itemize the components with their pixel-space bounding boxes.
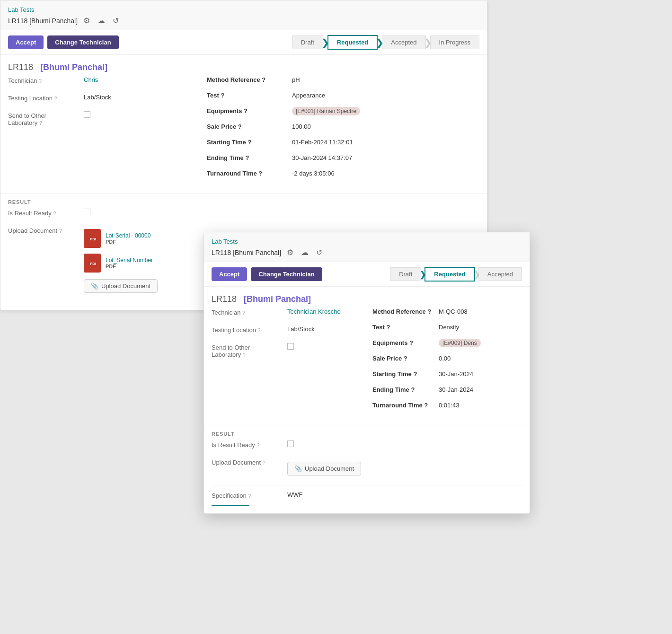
method-ref-label: Method Reference ? <box>207 76 292 83</box>
fg-cloud-icon[interactable]: ☁ <box>299 247 310 258</box>
step-accepted[interactable]: Accepted <box>382 35 425 49</box>
bg-window-header: Lab Tests LR118 [Bhumi Panchal] ⚙ ☁ ↺ <box>0 0 487 30</box>
fg-step-draft[interactable]: Draft <box>390 267 421 281</box>
equipments-value[interactable]: [E#001] Raman Spectre <box>292 107 360 114</box>
method-ref-row: Method Reference ? pH <box>207 76 479 83</box>
fg-is-result-ready-help: ? <box>256 442 259 448</box>
fg-method-ref-help: ? <box>427 308 431 315</box>
pdf-info-2: Lot_Serial Number PDF <box>106 257 153 269</box>
fg-equipments-row: Equipments ? [E#009] Dens <box>372 339 522 346</box>
turnaround-time-help: ? <box>258 170 262 177</box>
pdf-name-2[interactable]: Lot_Serial Number <box>106 257 153 264</box>
send-other-lab-field-row: Send to OtherLaboratory ? <box>8 111 188 126</box>
pdf-icon-2: PDF <box>84 254 101 273</box>
fg-upload-doc-row: Upload Document ? 📎 Upload Document <box>212 458 522 476</box>
fg-testing-location-help: ? <box>258 327 261 333</box>
fg-equipments-value[interactable]: [E#009] Dens <box>439 339 481 346</box>
breadcrumb-link[interactable]: Lab Tests <box>8 6 34 13</box>
sale-price-label: Sale Price ? <box>207 123 292 130</box>
accept-button[interactable]: Accept <box>8 35 44 49</box>
send-other-lab-checkbox[interactable] <box>84 111 90 118</box>
fg-testing-location-field-row: Testing Location ? Lab/Stock <box>212 326 354 334</box>
fg-send-other-lab-value[interactable] <box>287 343 354 351</box>
fg-method-ref-row: Method Reference ? M-QC-008 <box>372 308 522 315</box>
fg-upload-doc-value: 📎 Upload Document <box>287 458 522 476</box>
fg-window-header: Lab Tests LR118 [Bhumi Panchal] ⚙ ☁ ↺ <box>204 232 530 262</box>
technician-label: Technician ? <box>8 76 84 84</box>
ending-time-label: Ending Time ? <box>207 154 292 161</box>
technician-help: ? <box>39 78 42 84</box>
fg-send-other-lab-checkbox[interactable] <box>287 343 294 350</box>
technician-value[interactable]: Chris <box>84 76 188 83</box>
ending-time-row: Ending Time ? 30-Jan-2024 14:37:07 <box>207 154 479 161</box>
fg-is-result-ready-value[interactable] <box>287 440 522 449</box>
test-value: Appearance <box>292 92 325 99</box>
pdf-icon-1: PDF <box>84 229 101 248</box>
is-result-ready-value[interactable] <box>84 209 479 217</box>
test-row: Test ? Appearance <box>207 92 479 99</box>
fg-ending-time-help: ? <box>411 386 415 393</box>
svg-text:PDF: PDF <box>90 262 96 266</box>
method-ref-value: pH <box>292 76 300 83</box>
pdf-type-1: PDF <box>106 239 150 245</box>
fg-accept-button[interactable]: Accept <box>212 267 247 281</box>
record-ref: LR118 <box>8 62 33 72</box>
cloud-icon[interactable]: ☁ <box>96 15 107 26</box>
is-result-ready-row: Is Result Ready ? <box>8 209 479 217</box>
send-other-lab-value[interactable] <box>84 111 188 119</box>
equipments-label: Equipments ? <box>207 107 292 114</box>
fg-upload-doc-label: Upload Document ? <box>212 458 287 466</box>
technician-field-row: Technician ? Chris <box>8 76 188 84</box>
fg-sale-price-row: Sale Price ? 0.00 <box>372 355 522 362</box>
fg-method-ref-label: Method Reference ? <box>372 308 439 315</box>
fg-is-result-ready-label: Is Result Ready ? <box>212 440 287 449</box>
gear-icon[interactable]: ⚙ <box>81 15 92 26</box>
pdf-name-1[interactable]: Lot-Serial - 00000 <box>106 232 150 239</box>
fg-gear-icon[interactable]: ⚙ <box>285 247 295 258</box>
turnaround-time-label: Turnaround Time ? <box>207 170 292 177</box>
change-technician-button[interactable]: Change Technician <box>47 35 118 49</box>
fg-breadcrumb-link[interactable]: Lab Tests <box>212 238 238 245</box>
step-in-progress[interactable]: In Progress <box>430 35 479 49</box>
fg-step-accepted[interactable]: Accepted <box>478 267 522 281</box>
fg-method-ref-value: M-QC-008 <box>439 308 468 315</box>
step-draft[interactable]: Draft <box>292 35 323 49</box>
fg-refresh-icon[interactable]: ↺ <box>314 247 324 258</box>
fg-upload-document-button[interactable]: 📎 Upload Document <box>287 462 361 476</box>
upload-doc-help: ? <box>59 228 62 234</box>
fg-upload-doc-help: ? <box>263 460 265 466</box>
fg-specification-label: Specification ? <box>212 491 287 499</box>
fg-technician-field-row: Technician ? Technician Krosche <box>212 308 354 316</box>
fg-change-technician-button[interactable]: Change Technician <box>251 267 322 281</box>
equipments-help: ? <box>244 107 248 114</box>
foreground-window: Lab Tests LR118 [Bhumi Panchal] ⚙ ☁ ↺ Ac… <box>203 232 530 514</box>
fg-technician-label: Technician ? <box>212 308 287 316</box>
fg-starting-time-row: Starting Time ? 30-Jan-2024 <box>372 370 522 378</box>
fg-is-result-ready-checkbox[interactable] <box>287 440 294 447</box>
is-result-ready-label: Is Result Ready ? <box>8 209 84 217</box>
ending-time-help: ? <box>245 154 249 161</box>
step-requested[interactable]: Requested <box>327 35 378 50</box>
refresh-icon[interactable]: ↺ <box>111 15 121 26</box>
fg-technician-value[interactable]: Technician Krosche <box>287 308 354 315</box>
fg-ending-time-label: Ending Time ? <box>372 386 439 393</box>
fg-sale-price-help: ? <box>404 355 407 362</box>
fg-form-left: Technician ? Technician Krosche Testing … <box>212 308 354 417</box>
test-label: Test ? <box>207 92 292 99</box>
is-result-ready-checkbox[interactable] <box>84 209 90 215</box>
fg-equipment-badge[interactable]: [E#009] Dens <box>439 339 481 347</box>
fg-window-title: LR118 [Bhumi Panchal] <box>212 249 281 256</box>
fg-starting-time-label: Starting Time ? <box>372 370 439 378</box>
starting-time-value: 01-Feb-2024 11:32:01 <box>292 139 353 146</box>
fg-step-requested[interactable]: Requested <box>424 267 475 282</box>
equipment-badge[interactable]: [E#001] Raman Spectre <box>292 107 360 115</box>
bg-form-left: Technician ? Chris Testing Location ? La… <box>8 76 188 185</box>
fg-record-title: LR118 [Bhumi Panchal] <box>204 287 530 308</box>
upload-doc-label: Upload Document ? <box>8 226 84 234</box>
fg-sale-price-label: Sale Price ? <box>372 355 439 362</box>
upload-document-button[interactable]: 📎 Upload Document <box>84 279 158 293</box>
record-title: LR118 [Bhumi Panchal] <box>0 55 487 76</box>
fg-test-help: ? <box>386 324 390 331</box>
turnaround-time-row: Turnaround Time ? -2 days 3:05:06 <box>207 170 479 177</box>
breadcrumb: Lab Tests <box>8 6 479 13</box>
